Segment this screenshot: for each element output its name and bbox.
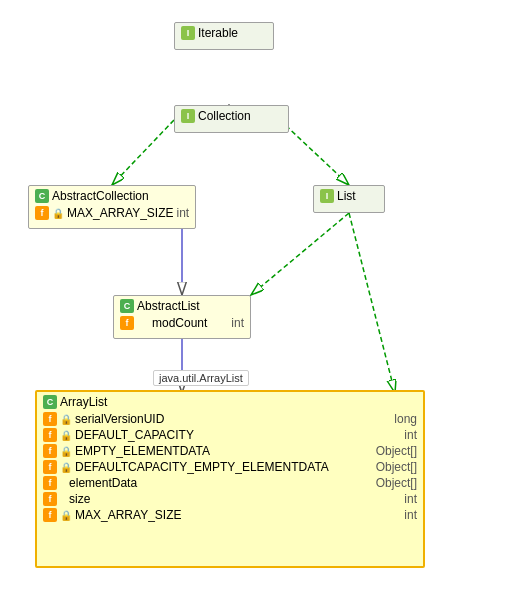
field-badge-al-5: f: [43, 492, 57, 506]
field-type-al-6: int: [404, 508, 417, 522]
abstract-list-box[interactable]: C AbstractList f 🔒 modCount int: [113, 295, 251, 339]
arraylist-title: C ArrayList: [43, 395, 417, 411]
tooltip-text: java.util.ArrayList: [159, 372, 243, 384]
arraylist-field-row-1: f🔒DEFAULT_CAPACITYint: [43, 427, 417, 443]
abstract-collection-box[interactable]: C AbstractCollection f 🔒 MAX_ARRAY_SIZE …: [28, 185, 196, 229]
abstract-list-badge: C: [120, 299, 134, 313]
abstract-list-field-row: f 🔒 modCount int: [120, 315, 244, 331]
abstract-list-title: C AbstractList: [120, 299, 244, 315]
collection-box[interactable]: I Collection: [174, 105, 289, 133]
abstract-collection-badge: C: [35, 189, 49, 203]
arraylist-fields: f🔒serialVersionUIDlongf🔒DEFAULT_CAPACITY…: [43, 411, 417, 523]
field-badge-al-0: f: [43, 412, 57, 426]
field-type-al-2: Object[]: [376, 444, 417, 458]
field-type-al: int: [231, 316, 244, 330]
abstract-collection-field-row: f 🔒 MAX_ARRAY_SIZE int: [35, 205, 189, 221]
field-name-al: modCount: [152, 316, 207, 330]
field-badge-al-6: f: [43, 508, 57, 522]
field-type-al-3: Object[]: [376, 460, 417, 474]
list-box[interactable]: I List: [313, 185, 385, 213]
collection-label: Collection: [198, 109, 251, 123]
field-type-al-1: int: [404, 428, 417, 442]
collection-badge: I: [181, 109, 195, 123]
field-badge-al-2: f: [43, 444, 57, 458]
iterable-box[interactable]: I Iterable: [174, 22, 274, 50]
field-badge-al-3: f: [43, 460, 57, 474]
abstract-collection-title: C AbstractCollection: [35, 189, 189, 205]
diagram-container: I Iterable I Collection C AbstractCollec…: [0, 0, 510, 605]
svg-line-6: [349, 213, 395, 393]
field-badge-al-4: f: [43, 476, 57, 490]
arraylist-field-row-2: f🔒EMPTY_ELEMENTDATAObject[]: [43, 443, 417, 459]
arraylist-field-row-0: f🔒serialVersionUIDlong: [43, 411, 417, 427]
arraylist-label: ArrayList: [60, 395, 107, 409]
lock-icon-ac: 🔒: [52, 208, 64, 219]
field-name-al-0: serialVersionUID: [75, 412, 164, 426]
arraylist-badge: C: [43, 395, 57, 409]
arraylist-field-row-4: f○elementDataObject[]: [43, 475, 417, 491]
svg-line-1: [112, 120, 174, 185]
lock-al-3: 🔒: [60, 462, 72, 473]
arraylist-field-row-3: f🔒DEFAULTCAPACITY_EMPTY_ELEMENTDATAObjec…: [43, 459, 417, 475]
arraylist-field-row-6: f🔒MAX_ARRAY_SIZEint: [43, 507, 417, 523]
iterable-badge: I: [181, 26, 195, 40]
field-type-ac: int: [176, 206, 189, 220]
field-badge-al-1: f: [43, 428, 57, 442]
arraylist-box[interactable]: C ArrayList f🔒serialVersionUIDlongf🔒DEFA…: [35, 390, 425, 568]
arraylist-field-row-5: f○sizeint: [43, 491, 417, 507]
field-badge-al: f: [120, 316, 134, 330]
list-badge: I: [320, 189, 334, 203]
collection-title: I Collection: [181, 109, 282, 125]
abstract-list-label: AbstractList: [137, 299, 200, 313]
list-label: List: [337, 189, 356, 203]
field-name-al-3: DEFAULTCAPACITY_EMPTY_ELEMENTDATA: [75, 460, 329, 474]
iterable-label: Iterable: [198, 26, 238, 40]
iterable-title: I Iterable: [181, 26, 267, 42]
lock-al-0: 🔒: [60, 414, 72, 425]
tooltip-label: java.util.ArrayList: [153, 370, 249, 386]
field-badge-ac: f: [35, 206, 49, 220]
lock-al-6: 🔒: [60, 510, 72, 521]
field-name-al-4: elementData: [69, 476, 137, 490]
field-type-al-5: int: [404, 492, 417, 506]
svg-line-4: [251, 213, 349, 295]
list-title: I List: [320, 189, 378, 205]
abstract-collection-label: AbstractCollection: [52, 189, 149, 203]
svg-line-2: [280, 120, 349, 185]
field-type-al-0: long: [394, 412, 417, 426]
field-name-al-5: size: [69, 492, 90, 506]
lock-al-2: 🔒: [60, 446, 72, 457]
field-name-al-1: DEFAULT_CAPACITY: [75, 428, 194, 442]
field-name-al-2: EMPTY_ELEMENTDATA: [75, 444, 210, 458]
field-name-al-6: MAX_ARRAY_SIZE: [75, 508, 181, 522]
field-name-ac: MAX_ARRAY_SIZE: [67, 206, 173, 220]
field-type-al-4: Object[]: [376, 476, 417, 490]
lock-al-1: 🔒: [60, 430, 72, 441]
